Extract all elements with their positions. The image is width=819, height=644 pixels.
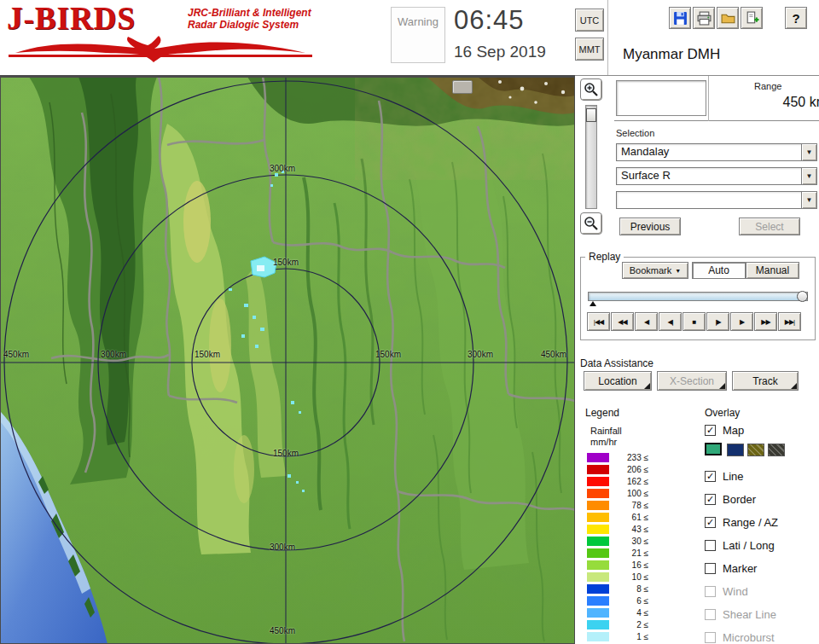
overlay-item-range-az[interactable]: ✓ Range / AZ <box>705 516 778 529</box>
map-style-swatch[interactable] <box>705 443 722 455</box>
help-button[interactable]: ? <box>785 7 807 29</box>
overlay-item-marker[interactable]: Marker <box>705 562 757 575</box>
legend-swatch <box>587 465 609 474</box>
header-bar: J-BIRDS JRC-Brilliant & Intelligent Rada… <box>0 0 819 75</box>
location-button[interactable]: Location <box>584 371 652 391</box>
bookmark-button[interactable]: Bookmark ▼ <box>622 262 688 279</box>
save-button[interactable] <box>669 7 691 29</box>
checkbox[interactable]: ✓ <box>705 425 716 436</box>
checkbox[interactable] <box>705 563 716 574</box>
overlay-item-border[interactable]: ✓ Border <box>705 493 756 506</box>
legend-entry: 16 ≤ <box>587 560 648 571</box>
replay-label: Replay <box>585 251 624 263</box>
rewind-button[interactable]: ◀◀ <box>611 312 634 331</box>
overlay-item-wind: Wind <box>705 585 748 598</box>
checkbox[interactable] <box>705 540 716 551</box>
corner-handle-icon <box>791 383 797 389</box>
zoom-out-button[interactable] <box>580 212 602 235</box>
range-divider <box>708 76 709 121</box>
overlay-item-map[interactable]: ✓ Map <box>705 424 744 437</box>
overlay-item-label: Lati / Long <box>723 539 775 552</box>
go-first-button[interactable]: |◀◀ <box>587 312 610 331</box>
range-readout-box <box>616 80 706 116</box>
previous-button[interactable]: Previous <box>619 218 681 235</box>
chevron-down-icon[interactable]: ▼ <box>801 143 817 161</box>
select-button[interactable]: Select <box>739 218 800 235</box>
clock-date: 16 Sep 2019 <box>454 43 546 61</box>
checkbox[interactable]: ✓ <box>705 471 716 482</box>
checkbox <box>705 609 716 620</box>
legend-swatch <box>587 560 609 570</box>
track-button[interactable]: Track <box>732 371 799 391</box>
zoom-in-button[interactable] <box>580 78 602 101</box>
auto-button[interactable]: Auto <box>692 262 746 279</box>
mmt-label: MMT <box>578 44 600 55</box>
chevron-down-icon[interactable]: ▼ <box>801 167 817 185</box>
overlay-item-label: Range / AZ <box>723 516 778 529</box>
overlay-item-lati-long[interactable]: Lati / Long <box>705 539 775 552</box>
select-label: Select <box>755 221 783 233</box>
xsection-button[interactable]: X-Section <box>657 371 727 391</box>
open-button[interactable] <box>717 7 739 29</box>
extra-dropdown[interactable]: ▼ <box>616 191 817 209</box>
legend-entry: 206 ≤ <box>587 464 648 475</box>
legend-swatch <box>587 584 609 594</box>
play-button[interactable]: ▶ <box>730 312 753 331</box>
step-fwd-button[interactable]: |▶ <box>706 312 729 331</box>
range-value: 450 km <box>717 95 819 110</box>
legend-entry: 4 ≤ <box>587 607 648 618</box>
legend-swatch <box>587 513 609 522</box>
corner-handle-icon <box>644 383 650 389</box>
legend-entry: 233 ≤ <box>587 452 648 463</box>
warning-indicator: Warning <box>391 7 445 63</box>
checkbox[interactable]: ✓ <box>705 517 716 528</box>
magnifier-minus-icon <box>584 216 599 231</box>
radar-map-canvas <box>0 77 575 644</box>
map-style-swatch[interactable] <box>768 444 785 456</box>
legend-entry: 162 ≤ <box>587 476 648 487</box>
map-tool-icon[interactable] <box>452 80 473 94</box>
overlay-item-label: Microburst <box>723 631 775 644</box>
ring-label: 300km <box>101 350 126 359</box>
overlay-item-label: Marker <box>723 562 757 575</box>
checkbox[interactable]: ✓ <box>705 494 716 505</box>
stop-button[interactable]: ■ <box>682 312 706 331</box>
legend-swatch <box>587 489 609 498</box>
overlay-item-label: Border <box>723 493 756 506</box>
legend-swatch <box>587 572 609 582</box>
xsection-label: X-Section <box>670 375 714 387</box>
ring-label: 300km <box>270 542 295 552</box>
replay-slider-thumb[interactable] <box>797 291 808 302</box>
export-button[interactable] <box>741 7 763 29</box>
zoom-slider[interactable] <box>585 105 597 209</box>
overlay-item-label: Shear Line <box>723 608 776 621</box>
site-dropdown[interactable]: Mandalay ▼ <box>616 143 817 161</box>
magnifier-plus-icon <box>584 82 599 97</box>
utc-button[interactable]: UTC <box>575 9 604 32</box>
legend-swatch <box>587 477 609 486</box>
extra-dropdown-value <box>616 191 801 209</box>
play-back-button[interactable]: ◀ <box>635 312 658 331</box>
step-back-button[interactable]: ◀| <box>659 312 682 331</box>
legend-entry: 1 ≤ <box>587 631 648 642</box>
mmt-button[interactable]: MMT <box>575 38 604 61</box>
map-style-swatch[interactable] <box>747 444 764 456</box>
legend-swatch <box>587 453 609 462</box>
legend-swatch <box>587 608 609 618</box>
legend-swatch <box>587 632 609 641</box>
zoom-slider-thumb[interactable] <box>586 108 596 122</box>
manual-button[interactable]: Manual <box>746 262 799 279</box>
map-style-swatch[interactable] <box>727 444 744 456</box>
product-dropdown-value: Surface R <box>616 167 801 185</box>
chevron-down-icon[interactable]: ▼ <box>801 191 817 209</box>
overlay-item-line[interactable]: ✓ Line <box>705 470 744 483</box>
radar-map[interactable]: 300km 150km 450km 300km 150km 150km 300k… <box>0 75 575 644</box>
auto-label: Auto <box>708 264 729 276</box>
go-last-button[interactable]: ▶▶| <box>778 312 801 331</box>
replay-slider[interactable] <box>588 292 808 301</box>
fast-fwd-button[interactable]: ▶▶ <box>754 312 777 331</box>
print-button[interactable] <box>693 7 715 29</box>
control-panel: Range 450 km Selection Mandalay ▼ Surfac… <box>575 75 819 644</box>
product-dropdown[interactable]: Surface R ▼ <box>616 167 817 185</box>
legend-label: Legend <box>585 407 619 419</box>
